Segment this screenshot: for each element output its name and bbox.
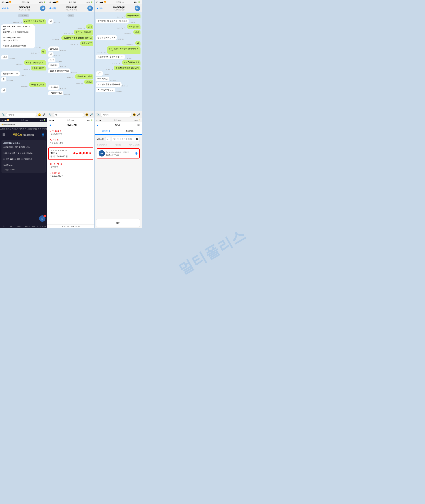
chat-avatar-2: M [87,6,93,11]
user-icon[interactable]: 👤 [41,133,45,136]
list-item: 1:40 AM ✓ 구별해주세요 [96,13,140,18]
list-item: 네네 1:15 AM [1,55,46,60]
confirm-button[interactable]: 확인 [96,219,140,227]
message-input-2[interactable]: 메시지 [53,113,84,117]
list-item: 1:39 AM ✓✓ 안되요 [48,80,93,84]
chat-panel-1: KT ▂▄▆ 📶 오전 2:24 40% 🔋 ◀ 대화 mamongd 최근에 … [0,0,47,118]
mic-icon-3[interactable]: 🎤 [137,113,140,116]
list-item: 1:39 AM ✓✓ 엥 근대 로그인이 [48,74,93,79]
mic-icon[interactable]: 🎤 [42,113,46,116]
message-input-3[interactable]: 메시지 [100,113,132,117]
message-input-1[interactable]: 메시지 [6,113,37,117]
deposit-date: 기라링 - 11/26 [3,168,44,171]
attachment-icon-2[interactable]: 📎 [49,113,52,116]
hamburger-menu[interactable]: ☰ [2,133,5,137]
chevron-down-icon: ⌄ [107,138,109,140]
account-input[interactable]: 받는분 계좌번호 입력 [112,137,140,142]
url-bar: 🔒 megasolu.com [0,122,47,127]
list-item: 네 [1,88,46,93]
list-item: 확인해봤는데 로그인되신대요지금 1:40 AM [96,19,140,23]
chat-input-bar-3: 📎 메시지 😊 🎤 [95,111,142,118]
chat-input-bar-2: 📎 메시지 😊 🎤 [47,111,94,118]
txn-date: 2020.11.26 01:48:20 [50,149,91,151]
back-button-2[interactable]: ◀ 대화 [49,7,56,10]
txn-back-button[interactable]: ◀ [49,124,51,126]
mic-icon-2[interactable]: 🎤 [90,113,93,116]
list-item: 허허 저기요 2:16 AM [96,77,140,81]
nav-charge[interactable]: 충전 [0,225,8,227]
nav-live[interactable]: 라이브 [6,128,11,130]
wire-back-button[interactable]: ◀ [97,124,98,126]
mega-logo-bar: ☰ MEGA SOLUTION 👤 [0,131,47,138]
list-item: 7:54 PM ✓✓ 사이트 가입문의드려요 [1,19,46,24]
nav-sports[interactable]: 스포츠 [0,128,6,130]
chat-sub-3: 최근에 접속함 [105,8,133,11]
list-item: 충전후 문의해주세요 1:44 AM [96,35,140,40]
nav-event[interactable]: 이벤트 [24,225,32,227]
mega-site-panel: KT ▂▄ 📶 오전 2:21 42% 🔋 🔒 megasolu.com 스포츠… [0,118,47,228]
txn-status-bar: KT ▂▄ 오전 9:51 20% 🔋 [47,118,94,122]
recent-acct-tab[interactable]: 최근이체계좌 [97,144,107,146]
tab-account-number[interactable]: 계좌번호 [95,128,118,135]
back-button-1[interactable]: ◀ 대화 [2,7,9,10]
sticker-icon-2[interactable]: 😊 [85,113,89,116]
wifi-icon-3: 📶 [104,1,106,3]
time-2: 오전 2:25 [69,1,76,4]
nav-results[interactable]: 경기결과 [32,128,39,130]
nav-betting[interactable]: 배팅내역 [40,128,47,130]
deposit-line-1: 최선을 다하는 메가솔루션입니다. [3,146,44,149]
recent-transfer-info: [신한(구조흥)은행] 임준성 110512777055 [106,151,134,156]
add-icon[interactable]: ⊕ [135,151,138,155]
nav-mini[interactable]: 미니게임 [17,128,24,130]
list-item: 구별해주세요 1:40 AM [48,91,93,95]
cart-button[interactable]: 🛒 0 [39,215,46,222]
list-item: 3+3 5+5 10+10 30+20 50+30 100+40롤링200 이벤… [1,24,46,48]
nav-exchange[interactable]: 환전 [8,225,16,227]
carrier-1: KT [2,1,4,3]
account-placeholder: 받는분 계좌번호 입력 [113,138,132,141]
qr-icon[interactable]: ⊞ [137,123,140,127]
signal-icon-3: ▂▄▆ [99,1,103,3]
list-item: 1:41 AM ✓✓ 아아 됏네용 [96,24,140,29]
my-acct-tab[interactable]: 내계좌 [115,144,121,146]
recent-bank-name: [신한(구조흥)은행] 임준성 [106,151,134,154]
attachment-icon-3[interactable]: 📎 [96,113,100,116]
list-item: 1:47 AM ✓✓ 원래 이벤트나 규정이 안적혀있나요?? [96,46,140,54]
carrier-2: KT [49,1,51,3]
list-item: 대소문자 1:40 AM [48,85,93,90]
list-item: 1:33 AM ✓ 3+3할거 같아요 [1,82,46,87]
deposit-account: >> 신한 110-512-777-055 ( 가상계좌 ) [3,158,44,161]
highlighted-transaction: 2020.11.26 01:48:20 임준성 출금 30,000 원 잔액 2… [48,148,93,160]
bank-dropdown[interactable]: ⌄ [105,137,110,141]
attachment-icon[interactable]: 📎 [2,113,5,116]
list-item: 1:43 AM ✓✓ 넵 [96,41,140,46]
battery-icon-2: 🔋 [91,1,93,3]
sticker-icon-3[interactable]: 😊 [133,113,136,116]
tab-phone[interactable]: 휴대전화 [118,128,142,134]
mega-carrier: KT [2,119,4,121]
chat-panel-3: KT ▂▄▆ 📶 오전 2:24 40% 🔋 ◀ 대화 mamongd 최근에 … [95,0,142,118]
chat-body-1: 11월 25일 7:54 PM ✓✓ 사이트 가입문의드려요 3+3 5+5 1… [0,12,47,111]
list-item: 넵 1:34 AM [48,19,93,24]
list-item: 1:58 AM ✓✓ 홈 충전이 언제쯤 될까요?? [96,66,140,70]
nav-support[interactable]: 고객센터 [39,225,47,227]
chat-header-3: ◀ 대화 mamongd 최근에 접속함 M [95,4,142,12]
nav-virtual[interactable]: 가상게임 [25,128,32,130]
wire-tabs: 계좌번호 휴대전화 [95,128,142,135]
list-item: 1:22 AM ✓ 어디가셨지?? [1,66,46,70]
signal-icon-1: ▂▄▆ [5,1,8,3]
frequent-tab[interactable]: 자주쓰는계좌 [129,144,140,146]
bank-logo-svg: NH [100,151,104,155]
status-bar-3: KT ▂▄▆ 📶 오전 2:24 40% 🔋 [95,0,142,4]
input-cursor [136,138,138,140]
nav-board[interactable]: 게시판 [16,225,24,227]
chat-panels-row: KT ▂▄▆ 📶 오전 2:24 40% 🔋 ◀ 대화 mamongd 최근에 … [0,0,142,118]
chat-input-bar-1: 📎 메시지 😊 🎤 [0,111,47,118]
nav-money[interactable]: 머니이동 [32,225,39,227]
date-badge-1: 11월 25일 [1,14,46,17]
mega-time: 오전 2:21 [21,119,28,121]
sticker-icon[interactable]: 😊 [38,113,41,116]
status-bar-1: KT ▂▄▆ 📶 오전 2:24 40% 🔋 [0,0,47,4]
nav-casino[interactable]: 카지노 [12,128,17,130]
back-button-3[interactable]: ◀ 대화 [96,7,103,10]
